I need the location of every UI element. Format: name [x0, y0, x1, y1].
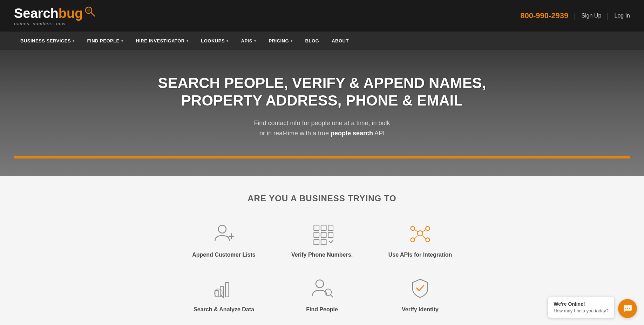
nav-business-services[interactable]: BUSINESS SERVICES ▾	[14, 32, 81, 50]
network-icon	[408, 221, 433, 245]
login-link[interactable]: Log In	[615, 13, 630, 19]
svg-point-33	[629, 308, 630, 309]
logo-colored-text: bug	[59, 6, 83, 21]
svg-point-3	[218, 225, 226, 233]
chevron-down-icon: ▾	[226, 39, 229, 43]
logo-tagline: names. numbers. now	[14, 21, 96, 26]
svg-point-18	[426, 238, 429, 242]
nav-find-people[interactable]: FIND PEOPLE ▾	[81, 32, 130, 50]
chat-bubble-text: How may I help you today?	[554, 308, 609, 313]
svg-point-2	[87, 9, 90, 12]
nav-lookups[interactable]: LOOKUPS ▾	[195, 32, 235, 50]
svg-point-31	[625, 308, 626, 309]
shield-check-icon	[408, 276, 433, 300]
nav-blog[interactable]: BLOG	[299, 32, 326, 50]
chevron-down-icon: ▾	[291, 39, 293, 43]
svg-rect-8	[328, 225, 333, 230]
section-heading: ARE YOU A BUSINESS TRYING TO	[14, 194, 630, 203]
svg-line-1	[91, 13, 95, 16]
card-label-verify: Verify Phone Numbers.	[291, 252, 353, 258]
nav-hire-investigator[interactable]: HIRE INVESTIGATOR ▾	[129, 32, 195, 50]
chat-widget: We're Online! How may I help you today?	[548, 297, 637, 318]
card-append-customer[interactable]: Append Customer Lists	[189, 221, 259, 258]
hero-subtitle: Find contact info for people one at a ti…	[14, 118, 630, 138]
card-search-analyze[interactable]: Search & Analyze Data	[189, 276, 259, 313]
svg-line-20	[422, 230, 426, 232]
orange-divider-bar	[14, 156, 630, 158]
chevron-down-icon: ▾	[73, 39, 75, 43]
header-right: 800-990-2939 | Sign Up | Log In	[520, 11, 630, 20]
grid-check-icon	[310, 221, 334, 245]
nav-apis[interactable]: APIs ▾	[235, 32, 263, 50]
svg-rect-7	[321, 225, 326, 230]
svg-rect-6	[314, 225, 319, 230]
card-label-append: Append Customer Lists	[192, 252, 255, 258]
svg-rect-12	[314, 239, 319, 245]
top-header: Searchbug names. numbers. now 800-990-29…	[0, 0, 644, 32]
nav-pricing[interactable]: PRICING ▾	[262, 32, 299, 50]
svg-point-14	[418, 231, 423, 236]
divider-1: |	[574, 12, 576, 20]
card-verify-phone[interactable]: Verify Phone Numbers.	[287, 221, 357, 258]
card-find-people[interactable]: Find People	[287, 276, 357, 313]
person-add-icon	[212, 221, 236, 245]
divider-2: |	[607, 12, 609, 20]
svg-rect-13	[321, 239, 326, 245]
hero-title: SEARCH PEOPLE, VERIFY & APPEND NAMES, PR…	[14, 74, 630, 110]
main-nav: BUSINESS SERVICES ▾ FIND PEOPLE ▾ HIRE I…	[0, 32, 644, 50]
svg-line-19	[415, 230, 418, 232]
cards-row-2: Search & Analyze Data Find People	[14, 276, 630, 313]
svg-point-17	[411, 238, 415, 242]
chat-bubble: We're Online! How may I help you today?	[548, 297, 615, 318]
svg-point-28	[316, 280, 324, 287]
svg-line-30	[331, 295, 333, 297]
nav-about[interactable]: ABOUT	[325, 32, 355, 50]
signup-link[interactable]: Sign Up	[581, 13, 601, 19]
card-label-search-analyze: Search & Analyze Data	[194, 306, 254, 313]
chat-bubble-title: We're Online!	[554, 301, 609, 307]
card-label-verify-identity: Verify Identity	[402, 306, 439, 313]
svg-line-22	[422, 236, 426, 238]
logo[interactable]: Searchbug names. numbers. now	[14, 5, 96, 26]
chevron-down-icon: ▾	[187, 39, 189, 43]
card-label-api: Use APIs for Integration	[388, 252, 452, 258]
chat-open-button[interactable]	[618, 299, 637, 318]
card-verify-identity[interactable]: Verify Identity	[385, 276, 455, 313]
svg-point-15	[411, 226, 415, 230]
phone-number[interactable]: 800-990-2939	[520, 11, 568, 20]
svg-rect-9	[314, 232, 319, 238]
person-search-icon	[310, 276, 334, 300]
chart-search-icon	[212, 276, 236, 300]
svg-point-32	[627, 308, 628, 309]
card-label-find-people: Find People	[306, 306, 338, 313]
card-api-integration[interactable]: Use APIs for Integration	[385, 221, 455, 258]
chevron-down-icon: ▾	[254, 39, 256, 43]
svg-rect-11	[328, 232, 333, 238]
svg-line-21	[415, 236, 418, 238]
chevron-down-icon: ▾	[121, 39, 123, 43]
svg-rect-10	[321, 232, 326, 238]
cards-row-1: Append Customer Lists Verify Phone Numbe…	[14, 221, 630, 258]
logo-icon	[83, 5, 96, 20]
svg-point-16	[426, 226, 429, 230]
logo-text: Searchbug	[14, 5, 96, 20]
hero-section: SEARCH PEOPLE, VERIFY & APPEND NAMES, PR…	[0, 50, 644, 176]
svg-rect-25	[225, 283, 229, 297]
